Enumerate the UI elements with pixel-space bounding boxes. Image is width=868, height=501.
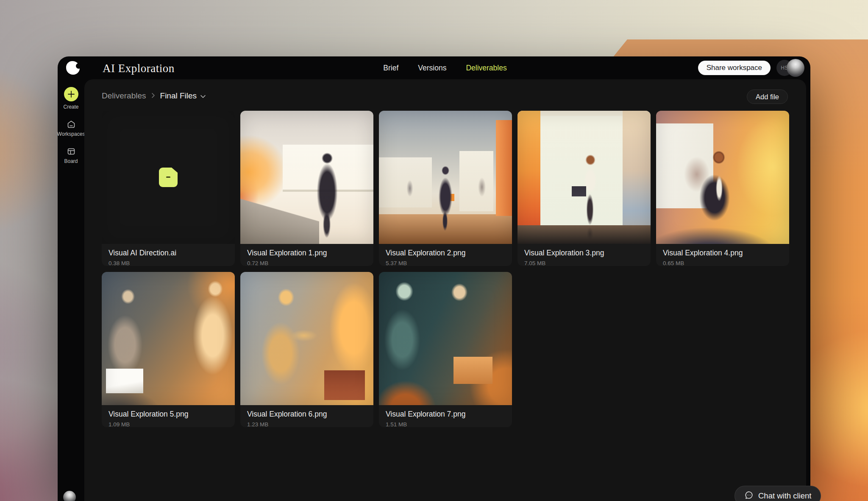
titlebar-right: Share workspace HS [698, 56, 804, 79]
file-size: 1.09 MB [108, 421, 228, 427]
file-meta: Visual Exploration 2.png 5.37 MB [379, 244, 512, 266]
file-card[interactable]: Visual Exploration 6.png 1.23 MB [240, 272, 373, 427]
file-meta: Visual Exploration 5.png 1.09 MB [102, 405, 235, 427]
file-size: 0.72 MB [247, 260, 367, 266]
file-size: 0.38 MB [108, 260, 228, 266]
board-icon [66, 146, 76, 157]
sidebar-item-board[interactable]: Board [64, 137, 78, 164]
file-name: Visual Exploration 6.png [247, 410, 367, 419]
chat-bubble-icon [744, 490, 754, 501]
file-meta: Visual Exploration 1.png 0.72 MB [240, 244, 373, 266]
file-size: 1.51 MB [386, 421, 505, 427]
file-name: Visual Exploration 4.png [663, 249, 782, 257]
chevron-right-icon [151, 91, 155, 101]
file-thumbnail [102, 272, 235, 405]
chat-button-label: Chat with client [758, 491, 811, 501]
breadcrumb-deliverables[interactable]: Deliverables [102, 91, 146, 101]
file-name: Visual Exploration 7.png [386, 410, 505, 419]
chevron-down-icon [200, 91, 206, 101]
tab-brief[interactable]: Brief [383, 64, 398, 73]
sidebar-item-label: Create [63, 104, 78, 110]
file-thumbnail [102, 111, 235, 244]
file-card[interactable]: Visual Exploration 7.png 1.51 MB [379, 272, 512, 427]
tab-deliverables[interactable]: Deliverables [466, 64, 506, 73]
sidebar-item-label: Workspaces [57, 131, 85, 137]
file-grid: Visual AI Direction.ai 0.38 MB Visual Ex… [102, 111, 789, 427]
app-logo-icon [66, 61, 80, 75]
breadcrumb: Deliverables Final Files [102, 91, 206, 101]
file-thumbnail [240, 111, 373, 244]
add-file-button[interactable]: Add file [747, 90, 788, 104]
workspace-title: AI Exploration [103, 62, 175, 75]
file-meta: Visual Exploration 4.png 0.65 MB [656, 244, 789, 266]
file-size: 1.23 MB [247, 421, 367, 427]
file-size: 5.37 MB [386, 260, 505, 266]
file-thumbnail [517, 111, 651, 244]
content-panel: Deliverables Final Files Add file Visual… [84, 79, 806, 501]
avatar[interactable] [787, 59, 804, 77]
top-nav-tabs: Brief Versions Deliverables [383, 56, 506, 79]
folder-selector[interactable]: Final Files [160, 91, 206, 101]
file-meta: Visual Exploration 6.png 1.23 MB [240, 405, 373, 427]
file-size: 0.65 MB [663, 260, 782, 266]
chat-with-client-button[interactable]: Chat with client [734, 486, 821, 501]
file-thumbnail [656, 111, 789, 244]
file-card[interactable]: Visual AI Direction.ai 0.38 MB [102, 111, 235, 266]
home-icon [66, 119, 76, 129]
file-card[interactable]: Visual Exploration 3.png 7.05 MB [517, 111, 651, 266]
file-thumbnail [379, 272, 512, 405]
breadcrumb-current-label: Final Files [160, 91, 197, 101]
tab-versions[interactable]: Versions [418, 64, 446, 73]
file-card[interactable]: Visual Exploration 4.png 0.65 MB [656, 111, 789, 266]
titlebar: AI Exploration Brief Versions Deliverabl… [58, 56, 810, 79]
file-name: Visual Exploration 2.png [386, 249, 505, 257]
app-window: AI Exploration Brief Versions Deliverabl… [58, 56, 810, 501]
file-name: Visual Exploration 3.png [524, 249, 644, 257]
sidebar: Create Workspaces Board [58, 79, 84, 164]
ai-file-icon [159, 168, 178, 187]
file-meta: Visual Exploration 3.png 7.05 MB [517, 244, 651, 266]
file-card[interactable]: Visual Exploration 2.png 5.37 MB [379, 111, 512, 266]
file-thumbnail [379, 111, 512, 244]
file-meta: Visual AI Direction.ai 0.38 MB [102, 244, 235, 266]
sidebar-item-label: Board [64, 158, 78, 164]
file-size: 7.05 MB [524, 260, 644, 266]
file-name: Visual Exploration 5.png [108, 410, 228, 419]
file-name: Visual Exploration 1.png [247, 249, 367, 257]
file-thumbnail [240, 272, 373, 405]
file-meta: Visual Exploration 7.png 1.51 MB [379, 405, 512, 427]
user-avatar[interactable] [63, 491, 76, 501]
file-name: Visual AI Direction.ai [108, 249, 228, 257]
file-card[interactable]: Visual Exploration 5.png 1.09 MB [102, 272, 235, 427]
avatar-group[interactable]: HS [776, 59, 804, 77]
plus-icon[interactable] [64, 87, 78, 101]
file-card[interactable]: Visual Exploration 1.png 0.72 MB [240, 111, 373, 266]
share-workspace-button[interactable]: Share workspace [698, 61, 771, 75]
sidebar-item-create[interactable]: Create [63, 79, 78, 110]
sidebar-item-workspaces[interactable]: Workspaces [57, 110, 85, 137]
